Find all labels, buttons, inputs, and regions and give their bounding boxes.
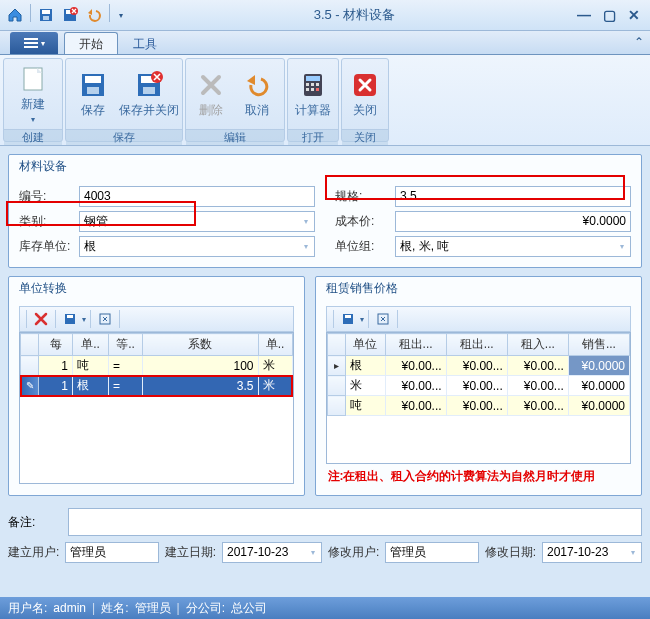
current-row-indicator-icon: ▸ <box>327 356 345 376</box>
home-icon[interactable] <box>4 4 26 26</box>
save-icon <box>78 70 108 100</box>
delete-row-icon[interactable] <box>31 309 51 329</box>
stockunit-field[interactable]: 根▾ <box>79 236 315 257</box>
group-close-label: 关闭 <box>342 129 388 145</box>
unitconv-grid[interactable]: 每 单.. 等.. 系数 单.. 1 吨 = 100 米 <box>19 332 294 484</box>
dropdown-icon[interactable]: ▾ <box>298 238 313 255</box>
remark-row: 备注: <box>8 508 642 536</box>
stockunit-label: 库存单位: <box>19 238 79 255</box>
price-note: 注:在租出、租入合约的计费算法为自然月时才使用 <box>326 464 632 485</box>
save-icon[interactable] <box>35 4 57 26</box>
cancel-button[interactable]: 取消 <box>234 61 280 127</box>
price-panel: 租赁销售价格 ▾ 单位 <box>315 276 643 496</box>
mod-date-label: 修改日期: <box>485 544 536 561</box>
export-icon[interactable] <box>60 309 80 329</box>
svg-rect-24 <box>316 88 319 91</box>
tab-start[interactable]: 开始 <box>64 32 118 54</box>
tab-tools[interactable]: 工具 <box>118 32 172 54</box>
category-label: 类别: <box>19 213 79 230</box>
category-field[interactable]: 钢管▾ <box>79 211 315 232</box>
svg-rect-18 <box>306 76 320 81</box>
export-icon[interactable] <box>338 309 358 329</box>
svg-rect-6 <box>24 38 38 40</box>
dropdown-icon[interactable]: ▾ <box>305 544 320 561</box>
status-name: 管理员 <box>135 600 171 617</box>
ribbon-collapse-icon[interactable]: ⌃ <box>634 35 644 49</box>
code-label: 编号: <box>19 188 79 205</box>
calculator-icon <box>298 70 328 100</box>
svg-rect-20 <box>311 83 314 86</box>
new-button[interactable]: 新建 ▾ <box>6 61 60 127</box>
grid-header-row: 单位 租出... 租出... 租入... 销售... <box>327 334 630 356</box>
cost-field[interactable]: ¥0.0000 <box>395 211 631 232</box>
cost-label: 成本价: <box>335 213 395 230</box>
price-grid[interactable]: 单位 租出... 租出... 租入... 销售... ▸ 根 ¥0.00... … <box>326 332 632 464</box>
edit-row-indicator-icon: ✎ <box>21 376 39 396</box>
svg-rect-12 <box>87 87 99 94</box>
spec-field[interactable]: 3.5 <box>395 186 631 207</box>
content-area: 材料设备 编号: 4003 规格: 3.5 类别: 钢管▾ 成本价: ¥0.00… <box>0 146 650 597</box>
svg-rect-21 <box>316 83 319 86</box>
qat-customize-icon[interactable]: ▾ <box>114 4 128 26</box>
svg-rect-7 <box>24 42 38 44</box>
group-create-label: 创建 <box>4 129 62 145</box>
status-user: admin <box>53 601 86 615</box>
save-close-icon[interactable] <box>59 4 81 26</box>
titlebar: ▾ 3.5 - 材料设备 — ▢ ✕ <box>0 0 650 31</box>
mod-user-label: 修改用户: <box>328 544 379 561</box>
table-row[interactable]: 1 吨 = 100 米 <box>21 356 293 376</box>
maximize-button[interactable]: ▢ <box>603 7 616 23</box>
material-panel-title: 材料设备 <box>9 155 641 178</box>
window-title: 3.5 - 材料设备 <box>132 6 577 24</box>
window-controls: — ▢ ✕ <box>577 7 650 23</box>
app-menu-button[interactable]: ▾ <box>10 32 58 54</box>
svg-rect-11 <box>85 76 101 83</box>
mod-user-field[interactable]: 管理员 <box>385 542 478 563</box>
create-date-field[interactable]: 2017-10-23▾ <box>222 542 322 563</box>
dropdown-icon[interactable]: ▾ <box>614 238 629 255</box>
save-close-button[interactable]: 保存并关闭 <box>118 61 180 127</box>
calculator-button[interactable]: 计算器 <box>290 61 336 127</box>
table-row[interactable]: ▸ 根 ¥0.00... ¥0.00... ¥0.00... ¥0.0000 <box>327 356 630 376</box>
table-row[interactable]: ✎ 1 根 = 3.5 米 <box>21 376 293 396</box>
save-button[interactable]: 保存 <box>68 61 118 127</box>
create-user-field[interactable]: 管理员 <box>65 542 158 563</box>
delete-button: 删除 <box>188 61 234 127</box>
unitconv-toolbar: ▾ <box>19 306 294 332</box>
svg-rect-30 <box>345 315 351 318</box>
close-button[interactable]: ✕ <box>628 7 640 23</box>
unitgroup-field[interactable]: 根, 米, 吨▾ <box>395 236 631 257</box>
svg-rect-1 <box>42 10 50 14</box>
status-name-label: 姓名: <box>101 600 128 617</box>
table-row[interactable]: 吨 ¥0.00... ¥0.00... ¥0.00... ¥0.0000 <box>327 396 630 416</box>
svg-rect-22 <box>306 88 309 91</box>
status-user-label: 用户名: <box>8 600 47 617</box>
statusbar: 用户名: admin | 姓名: 管理员 | 分公司: 总公司 <box>0 597 650 619</box>
minimize-button[interactable]: — <box>577 7 591 23</box>
status-branch-label: 分公司: <box>186 600 225 617</box>
table-row[interactable]: 米 ¥0.00... ¥0.00... ¥0.00... ¥0.0000 <box>327 376 630 396</box>
group-open-label: 打开 <box>288 129 338 145</box>
svg-rect-19 <box>306 83 309 86</box>
quick-access-toolbar: ▾ <box>0 2 132 28</box>
svg-rect-15 <box>143 87 155 94</box>
unitgroup-label: 单位组: <box>335 238 395 255</box>
group-save-label: 保存 <box>66 129 182 145</box>
refresh-icon[interactable] <box>95 309 115 329</box>
code-field[interactable]: 4003 <box>79 186 315 207</box>
remark-field[interactable] <box>68 508 642 536</box>
price-toolbar: ▾ <box>326 306 632 332</box>
svg-rect-23 <box>311 88 314 91</box>
dropdown-icon[interactable]: ▾ <box>298 213 313 230</box>
undo-icon[interactable] <box>83 4 105 26</box>
mod-date-field[interactable]: 2017-10-23▾ <box>542 542 642 563</box>
ribbon: 新建 ▾ 创建 保存 保存并关闭 保存 删除 取消 <box>0 55 650 146</box>
dropdown-icon[interactable]: ▾ <box>625 544 640 561</box>
create-user-label: 建立用户: <box>8 544 59 561</box>
price-title: 租赁销售价格 <box>316 277 642 300</box>
group-edit-label: 编辑 <box>186 129 284 145</box>
svg-rect-2 <box>43 16 49 20</box>
refresh-icon[interactable] <box>373 309 393 329</box>
close-window-button[interactable]: 关闭 <box>344 61 386 127</box>
create-date-label: 建立日期: <box>165 544 216 561</box>
